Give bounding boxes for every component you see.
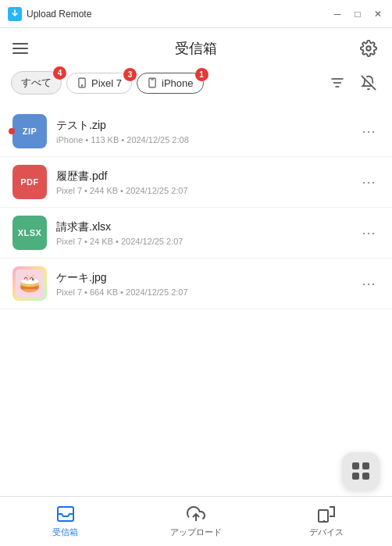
file-meta-4: Pixel 7 • 664 KB • 2024/12/25 2:07 <box>56 287 348 297</box>
fab-button[interactable] <box>342 452 380 490</box>
nav-item-devices[interactable]: デバイス <box>262 505 392 538</box>
svg-point-1 <box>366 46 371 51</box>
file-more-button-2[interactable]: ⋯ <box>358 171 380 193</box>
file-icon-pdf: PDF <box>12 165 47 199</box>
filter-tab-pixel7-badge: 3 <box>123 68 137 81</box>
nav-item-inbox[interactable]: 受信箱 <box>0 505 130 538</box>
svg-point-16 <box>27 279 29 281</box>
pixel7-icon <box>77 77 87 88</box>
file-meta-2: Pixel 7 • 244 KB • 2024/12/25 2:07 <box>56 186 348 195</box>
settings-button[interactable] <box>358 37 380 59</box>
filter-tab-pixel7-label: Pixel 7 <box>91 77 122 89</box>
page-title: 受信箱 <box>175 39 217 58</box>
file-list: ZIP テスト.zip iPhone • 113 KB • 2024/12/25… <box>0 103 392 496</box>
file-item-3[interactable]: XLSX 請求書.xlsx Pixel 7 • 24 KB • 2024/12/… <box>0 208 392 259</box>
svg-point-17 <box>32 279 34 281</box>
notification-off-icon <box>361 75 376 91</box>
file-icon-xlsx: XLSX <box>12 216 47 250</box>
cake-thumbnail <box>16 269 44 298</box>
file-info-2: 履歴書.pdf Pixel 7 • 244 KB • 2024/12/25 2:… <box>56 170 348 195</box>
nav-item-upload[interactable]: アップロード <box>130 505 261 538</box>
file-more-button-3[interactable]: ⋯ <box>358 222 380 244</box>
filter-tab-all-badge: 4 <box>53 66 66 80</box>
hamburger-line-1 <box>12 43 28 45</box>
nav-label-devices: デバイス <box>309 526 344 538</box>
file-info-4: ケーキ.jpg Pixel 7 • 664 KB • 2024/12/25 2:… <box>56 271 348 297</box>
minimize-button[interactable]: ─ <box>331 8 344 20</box>
svg-point-19 <box>32 275 34 277</box>
file-icon-img <box>12 266 47 301</box>
devices-nav-icon <box>317 505 336 523</box>
file-item-4[interactable]: ケーキ.jpg Pixel 7 • 664 KB • 2024/12/25 2:… <box>0 259 392 309</box>
file-more-button-1[interactable]: ⋯ <box>358 120 380 142</box>
hamburger-line-2 <box>12 48 28 49</box>
hamburger-line-3 <box>12 52 28 54</box>
nav-label-upload: アップロード <box>170 526 222 538</box>
title-bar-text: Upload Remote <box>27 9 331 20</box>
file-meta-3: Pixel 7 • 24 KB • 2024/12/25 2:07 <box>56 237 348 246</box>
file-item-1[interactable]: ZIP テスト.zip iPhone • 113 KB • 2024/12/25… <box>0 106 392 157</box>
svg-line-9 <box>362 76 376 90</box>
file-name-1: テスト.zip <box>56 119 348 133</box>
file-name-2: 履歴書.pdf <box>56 170 348 184</box>
filter-tab-all-label: すべて <box>21 76 52 90</box>
nav-label-inbox: 受信箱 <box>52 526 78 538</box>
file-info-1: テスト.zip iPhone • 113 KB • 2024/12/25 2:0… <box>56 119 348 145</box>
menu-button[interactable] <box>12 37 34 59</box>
app-icon <box>8 7 22 21</box>
filter-row: すべて 4 Pixel 7 3 iPhone 1 <box>0 66 392 103</box>
svg-rect-22 <box>319 510 328 522</box>
bottom-nav: 受信箱 アップロード デバイス <box>0 496 392 546</box>
file-icon-wrap-2: PDF <box>12 165 47 199</box>
file-icon-zip: ZIP <box>12 114 47 148</box>
file-meta-1: iPhone • 113 KB • 2024/12/25 2:08 <box>56 135 348 145</box>
file-name-3: 請求書.xlsx <box>56 220 348 234</box>
app-header: 受信箱 <box>0 28 392 66</box>
title-bar: Upload Remote ─ □ ✕ <box>0 0 392 28</box>
fab-dot-3 <box>352 473 359 480</box>
filter-tab-iphone-label: iPhone <box>162 77 193 89</box>
filter-tab-all[interactable]: すべて 4 <box>11 71 62 95</box>
file-icon-wrap-4 <box>12 266 47 301</box>
close-button[interactable]: ✕ <box>372 8 384 20</box>
file-item-2[interactable]: PDF 履歴書.pdf Pixel 7 • 244 KB • 2024/12/2… <box>0 157 392 208</box>
inbox-nav-icon <box>56 505 75 523</box>
svg-point-3 <box>81 85 82 86</box>
unread-dot-1 <box>9 128 15 134</box>
svg-point-18 <box>27 275 28 277</box>
file-more-button-4[interactable]: ⋯ <box>358 273 380 294</box>
fab-dot-2 <box>362 462 369 469</box>
filter-tab-pixel7[interactable]: Pixel 7 3 <box>66 73 132 94</box>
file-icon-wrap-3: XLSX <box>12 216 47 250</box>
notification-off-button[interactable] <box>356 70 381 95</box>
filter-tab-iphone[interactable]: iPhone 1 <box>137 73 203 94</box>
sort-icon <box>330 75 345 91</box>
fab-grid-icon <box>352 462 369 480</box>
file-icon-wrap-1: ZIP <box>12 114 47 148</box>
title-bar-controls: ─ □ ✕ <box>331 8 384 20</box>
upload-nav-icon <box>187 505 205 523</box>
sort-button[interactable] <box>325 70 350 95</box>
filter-tab-iphone-badge: 1 <box>195 68 208 81</box>
file-name-4: ケーキ.jpg <box>56 271 348 285</box>
fab-dot-1 <box>352 462 359 469</box>
file-info-3: 請求書.xlsx Pixel 7 • 24 KB • 2024/12/25 2:… <box>56 220 348 246</box>
app-content: 受信箱 すべて 4 Pixel 7 3 iPhone <box>0 28 392 546</box>
maximize-button[interactable]: □ <box>351 8 364 20</box>
iphone-icon <box>147 77 158 88</box>
fab-dot-4 <box>362 473 369 480</box>
